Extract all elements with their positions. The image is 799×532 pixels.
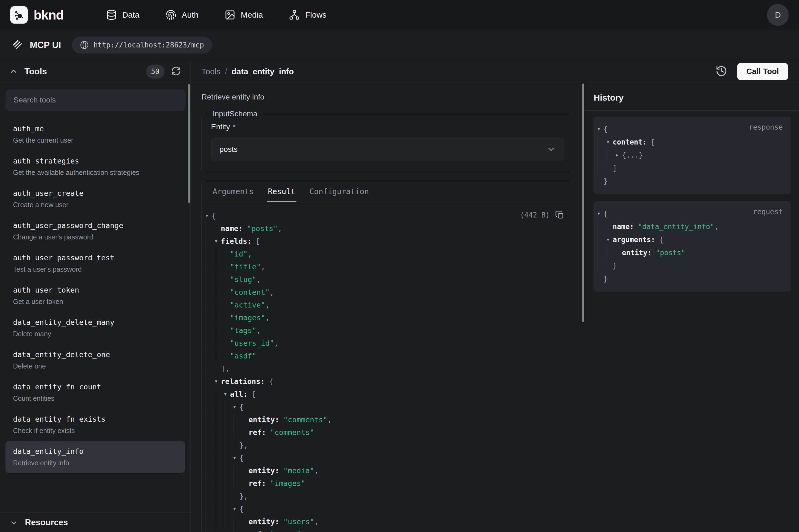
indent-spacer — [233, 439, 239, 452]
refresh-tools-button[interactable] — [171, 66, 181, 77]
nav-item-data[interactable]: Data — [106, 10, 139, 20]
tools-header[interactable]: Tools 50 — [0, 60, 190, 83]
breadcrumb-section[interactable]: Tools — [202, 67, 221, 76]
tool-item-data_entity_info[interactable]: data_entity_info Retrieve entity info — [5, 441, 185, 473]
copy-icon[interactable] — [555, 210, 565, 220]
json-line: entity:"comments", — [206, 413, 565, 426]
mcp-title: MCP UI — [30, 40, 61, 50]
json-line: } — [597, 272, 783, 285]
expander-expanded-icon[interactable]: ▼ — [233, 452, 239, 464]
resources-section-header[interactable]: Resources — [0, 512, 190, 532]
json-punctuation: } — [604, 272, 608, 285]
indent-guide — [215, 349, 224, 362]
entity-label: Entity — [211, 122, 230, 131]
indent-guide — [206, 248, 215, 260]
expander-expanded-icon[interactable]: ▼ — [597, 207, 604, 220]
json-line: ▶{...} — [597, 149, 783, 162]
history-card-request[interactable]: request ▼{name:"data_entity_info",▼argum… — [594, 201, 791, 292]
expander-expanded-icon[interactable]: ▼ — [597, 122, 604, 136]
expander-expanded-icon[interactable]: ▼ — [206, 209, 212, 222]
tool-item-auth_user_password_test[interactable]: auth_user_password_test Test a user's pa… — [5, 247, 185, 280]
tools-count-badge: 50 — [146, 64, 164, 79]
json-string: "posts" — [656, 246, 686, 259]
json-string: "tags" — [230, 324, 256, 337]
indent-guide — [215, 260, 224, 273]
json-string: "users_id" — [230, 337, 274, 349]
json-key: content: — [613, 136, 647, 149]
entity-select[interactable]: posts — [211, 138, 564, 161]
expander-collapsed-icon[interactable]: ▶ — [616, 149, 622, 162]
json-line: ref:"images" — [206, 477, 565, 490]
json-line: "content", — [206, 286, 565, 299]
indent-guide — [215, 477, 224, 490]
expander-expanded-icon[interactable]: ▼ — [233, 502, 239, 515]
nav-item-media[interactable]: Media — [225, 10, 263, 20]
indent-guide — [206, 528, 215, 532]
entity-select-value: posts — [220, 145, 547, 154]
search-input[interactable] — [5, 90, 185, 111]
tab-arguments[interactable]: Arguments — [206, 181, 261, 202]
result-json-tree: ▼{name:"posts",▼fields:["id","title","sl… — [206, 209, 565, 532]
tool-item-data_entity_fn_count[interactable]: data_entity_fn_count Count entities — [5, 376, 185, 408]
indent-guide — [597, 136, 607, 149]
expander-expanded-icon[interactable]: ▼ — [607, 233, 613, 246]
tool-item-data_entity_fn_exists[interactable]: data_entity_fn_exists Check if entity ex… — [5, 408, 185, 441]
mcp-url-pill[interactable]: http://localhost:28623/mcp — [72, 37, 212, 53]
tool-description: Retrieve entity info — [202, 93, 573, 101]
main-scrollbar[interactable] — [582, 83, 584, 322]
history-toggle-button[interactable] — [716, 65, 727, 78]
indent-guide — [206, 311, 215, 324]
nav-item-auth[interactable]: Auth — [166, 10, 198, 20]
json-comma: , — [274, 337, 279, 349]
tab-configuration[interactable]: Configuration — [302, 181, 376, 202]
indent-guide — [206, 502, 215, 515]
user-avatar[interactable]: D — [767, 4, 789, 26]
tool-item-auth_user_token[interactable]: auth_user_token Get a user token — [5, 280, 185, 312]
tool-item-auth_strategies[interactable]: auth_strategies Get the available authen… — [5, 151, 185, 183]
tool-item-auth_me[interactable]: auth_me Get the current user — [5, 118, 185, 151]
history-card-response[interactable]: response ▼{▼content:[▶{...}]} — [594, 117, 791, 194]
json-comma: , — [265, 299, 270, 311]
json-comma: , — [270, 286, 274, 299]
chevron-up-icon[interactable] — [9, 67, 18, 76]
indent-spacer — [215, 362, 221, 375]
json-punctuation: { — [239, 502, 244, 515]
tool-item-auth_user_password_change[interactable]: auth_user_password_change Change a user'… — [5, 215, 185, 247]
brand-name: bknd — [34, 7, 64, 22]
call-tool-button[interactable]: Call Tool — [737, 63, 788, 80]
tool-item-data_entity_delete_one[interactable]: data_entity_delete_one Delete one — [5, 344, 185, 376]
indent-spacer — [224, 248, 230, 260]
json-punctuation: ] — [613, 162, 617, 175]
expander-expanded-icon[interactable]: ▼ — [224, 388, 230, 400]
json-punctuation: { — [239, 400, 244, 413]
json-line: entity:"users", — [206, 515, 565, 528]
main-nav: Data Auth Media Flows — [106, 10, 326, 20]
nav-item-flows[interactable]: Flows — [289, 10, 326, 20]
chevron-down-icon — [547, 145, 555, 154]
expander-expanded-icon[interactable]: ▼ — [215, 235, 221, 248]
tab-result[interactable]: Result — [261, 181, 302, 202]
json-comma: , — [265, 311, 270, 324]
indent-spacer — [607, 259, 613, 272]
json-line: entity:"posts" — [597, 246, 783, 259]
brand[interactable]: bknd — [10, 6, 64, 24]
expander-expanded-icon[interactable]: ▼ — [215, 375, 221, 388]
indent-guide — [206, 260, 215, 273]
json-string: "title" — [230, 260, 261, 273]
indent-guide — [233, 528, 243, 532]
indent-guide — [224, 490, 233, 502]
indent-spacer — [616, 246, 622, 259]
sidebar-scrollbar[interactable] — [188, 84, 190, 203]
tool-item-auth_user_create[interactable]: auth_user_create Create a new user — [5, 183, 185, 215]
expander-expanded-icon[interactable]: ▼ — [607, 136, 613, 149]
indent-spacer — [224, 311, 230, 324]
indent-guide — [206, 286, 215, 299]
indent-guide — [206, 464, 215, 477]
indent-guide — [597, 259, 607, 272]
json-string: "asdf" — [230, 349, 256, 362]
workflow-icon — [289, 10, 300, 20]
expander-expanded-icon[interactable]: ▼ — [233, 400, 239, 413]
json-punctuation: } — [613, 259, 617, 272]
indent-guide — [224, 502, 233, 515]
tool-item-data_entity_delete_many[interactable]: data_entity_delete_many Delete many — [5, 312, 185, 344]
